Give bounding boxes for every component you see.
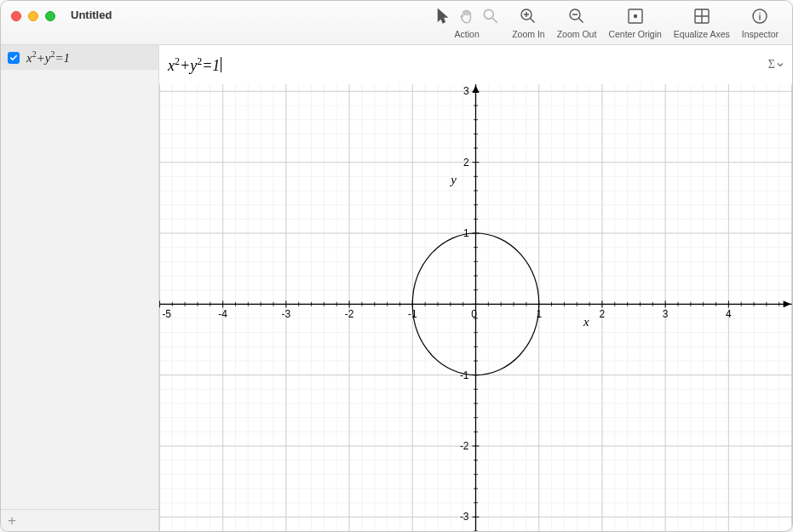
formula-input[interactable]: x2+y2=1 [168, 55, 221, 75]
zoom-out-label: Zoom Out [557, 29, 597, 39]
window-title: Untitled [71, 9, 112, 21]
svg-text:4: 4 [726, 308, 732, 320]
svg-text:2: 2 [463, 157, 469, 169]
minimize-window-button[interactable] [28, 11, 38, 21]
add-equation-button[interactable]: + [8, 513, 16, 528]
action-toolgroup: Action [434, 4, 500, 39]
plot-canvas: -5-4-3-2-1012345-3-2-1123xy [159, 84, 792, 531]
sigma-menu-button[interactable]: Σ [768, 58, 784, 72]
inspector-icon [750, 7, 769, 26]
pointer-tool-icon[interactable] [434, 7, 452, 26]
main-area: x2+y2=1 Σ -5-4-3-2-1012345-3-2-1123xy [159, 45, 792, 531]
svg-text:-1: -1 [460, 369, 469, 381]
plot-area[interactable]: -5-4-3-2-1012345-3-2-1123xy [159, 84, 792, 531]
close-window-button[interactable] [11, 11, 21, 21]
zoom-in-button[interactable]: Zoom In [512, 4, 545, 39]
sidebar-footer: + [1, 509, 158, 531]
toolbar: Action Zoom In Zoom Out Ce [428, 4, 784, 39]
svg-text:y: y [449, 173, 457, 186]
zoom-in-label: Zoom In [512, 29, 545, 39]
app-window: Untitled Action [0, 0, 793, 532]
svg-text:x: x [583, 315, 589, 329]
equation-visibility-checkbox[interactable] [8, 52, 20, 64]
equalize-axes-icon [692, 7, 711, 26]
inspector-label: Inspector [742, 29, 779, 39]
svg-text:3: 3 [463, 85, 469, 97]
content-area: x2+y2=1 + x2+y2=1 Σ -5-4-3-2-1012 [1, 45, 792, 531]
titlebar: Untitled Action [1, 1, 792, 45]
center-origin-button[interactable]: Center Origin [608, 4, 661, 39]
action-label: Action [455, 29, 480, 39]
zoom-out-icon [567, 7, 586, 26]
svg-text:-4: -4 [218, 308, 227, 320]
center-origin-label: Center Origin [608, 29, 661, 39]
svg-text:-5: -5 [162, 308, 171, 320]
zoom-tool-icon[interactable] [481, 7, 500, 26]
chevron-down-icon [777, 61, 784, 68]
svg-point-0 [484, 9, 493, 19]
hand-tool-icon[interactable] [457, 7, 476, 26]
equation-list: x2+y2=1 [1, 45, 158, 509]
svg-text:3: 3 [663, 308, 669, 320]
svg-text:2: 2 [600, 308, 606, 320]
svg-text:-3: -3 [460, 511, 469, 523]
svg-point-4 [634, 15, 636, 18]
text-cursor [221, 57, 221, 72]
svg-text:-2: -2 [460, 440, 469, 452]
equalize-axes-label: Equalize Axes [674, 29, 730, 39]
window-controls [1, 1, 64, 21]
center-origin-icon [626, 7, 645, 26]
formula-text: x2+y2=1 [168, 55, 220, 75]
equation-list-item[interactable]: x2+y2=1 [1, 45, 158, 70]
svg-text:-2: -2 [345, 308, 354, 320]
svg-text:-3: -3 [282, 308, 291, 320]
zoom-in-icon [519, 7, 537, 26]
equalize-axes-button[interactable]: Equalize Axes [674, 4, 730, 39]
fullscreen-window-button[interactable] [45, 11, 55, 21]
formula-bar: x2+y2=1 Σ [159, 45, 792, 84]
sigma-icon: Σ [768, 58, 775, 72]
svg-text:0: 0 [471, 308, 477, 320]
zoom-out-button[interactable]: Zoom Out [557, 4, 597, 39]
equation-sidebar: x2+y2=1 + [1, 45, 159, 531]
equation-text: x2+y2=1 [26, 49, 70, 66]
inspector-button[interactable]: Inspector [742, 4, 779, 39]
